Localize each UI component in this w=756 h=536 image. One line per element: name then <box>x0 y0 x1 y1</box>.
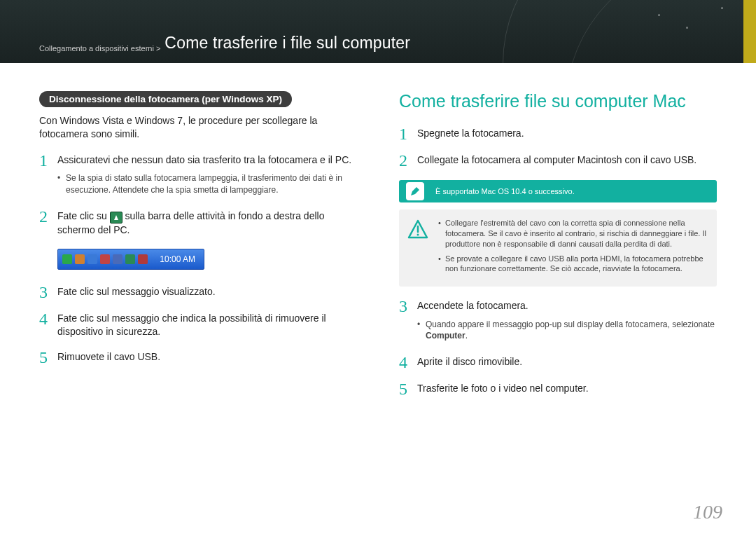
step-text: Trasferite le foto o i video nel compute… <box>417 382 717 396</box>
sub-bullet: Quando appare il messaggio pop-up sul di… <box>417 319 717 341</box>
accent-bar <box>743 0 756 63</box>
step-r3: 3 Accendete la fotocamera. Quando appare… <box>399 299 717 344</box>
tray-icon <box>138 254 148 264</box>
step-number: 2 <box>399 152 417 169</box>
step-number: 2 <box>39 208 57 225</box>
step-number: 1 <box>399 125 417 142</box>
step-r2: 2 Collegate la fotocamera al computer Ma… <box>399 153 717 169</box>
right-column: Come trasferire file su computer Mac 1 S… <box>399 91 717 408</box>
step-number: 5 <box>399 380 417 397</box>
tray-icon <box>125 254 135 264</box>
step-text: Fate clic sul messaggio visualizzato. <box>57 285 357 299</box>
step-text: Rimuovete il cavo USB. <box>57 350 357 364</box>
warning-box: Collegare l'estremità del cavo con la co… <box>399 209 717 287</box>
step-r1: 1 Spegnete la fotocamera. <box>399 127 717 142</box>
page-title: Come trasferire i file sul computer <box>164 34 410 53</box>
step-text-pre: Fate clic su <box>57 210 110 221</box>
step-number: 5 <box>39 349 57 366</box>
step-text: Fate clic sul messaggio che indica la po… <box>57 312 357 339</box>
sub-bullet: Se la spia di stato sulla fotocamera lam… <box>57 172 357 195</box>
warn-bullet: Se provate a collegare il cavo USB alla … <box>438 254 707 275</box>
header-band: Collegamento a dispositivi esterni > Com… <box>0 0 756 63</box>
step-r4: 4 Aprite il disco rimovibile. <box>399 355 717 371</box>
step-text: Accendete la fotocamera. <box>417 300 528 311</box>
tray-icon <box>113 254 122 264</box>
page-number: 109 <box>693 501 722 523</box>
right-steps: 1 Spegnete la fotocamera. 2 Collegate la… <box>399 127 717 169</box>
section-pill: Disconnessione della fotocamera (per Win… <box>39 91 292 107</box>
page-content: Disconnessione della fotocamera (per Win… <box>0 63 756 408</box>
step-number: 3 <box>399 298 417 315</box>
tray-icon <box>75 254 85 264</box>
step-text: Assicuratevi che nessun dato sia trasfer… <box>57 154 351 165</box>
tray-icon <box>88 254 97 264</box>
tray-clock: 10:00 AM <box>160 254 200 264</box>
warning-icon <box>407 219 428 239</box>
step-4: 4 Fate clic sul messaggio che indica la … <box>39 312 357 339</box>
step-text: Collegate la fotocamera al computer Maci… <box>417 153 717 167</box>
step-1: 1 Assicuratevi che nessun dato sia trasf… <box>39 153 357 198</box>
intro-text: Con Windows Vista e Windows 7, le proced… <box>39 114 357 141</box>
safely-remove-icon <box>110 212 122 224</box>
note-box: È supportato Mac OS 10.4 o successivo. <box>399 180 717 202</box>
svg-point-1 <box>417 234 419 236</box>
step-number: 1 <box>39 152 57 169</box>
pen-icon <box>406 182 424 200</box>
left-steps: 1 Assicuratevi che nessun dato sia trasf… <box>39 153 357 238</box>
step-text: Spegnete la fotocamera. <box>417 127 717 141</box>
step-text: Aprite il disco rimovibile. <box>417 355 717 369</box>
step-r5: 5 Trasferite le foto o i video nel compu… <box>399 382 717 397</box>
note-text: È supportato Mac OS 10.4 o successivo. <box>435 187 575 195</box>
step-number: 4 <box>399 354 417 371</box>
left-column: Disconnessione della fotocamera (per Win… <box>39 91 357 408</box>
step-number: 3 <box>39 284 57 301</box>
section-title: Come trasferire file su computer Mac <box>399 91 717 111</box>
right-steps-cont: 3 Accendete la fotocamera. Quando appare… <box>399 299 717 397</box>
warn-bullet: Collegare l'estremità del cavo con la co… <box>438 218 707 249</box>
breadcrumb: Collegamento a dispositivi esterni > <box>39 44 160 53</box>
step-5: 5 Rimuovete il cavo USB. <box>39 350 357 366</box>
taskbar-tray-image: 10:00 AM <box>57 249 204 270</box>
tray-icon <box>62 254 72 264</box>
step-number: 4 <box>39 310 57 327</box>
step-3: 3 Fate clic sul messaggio visualizzato. <box>39 285 357 301</box>
tray-icon <box>100 254 110 264</box>
step-2: 2 Fate clic su sulla barra delle attivit… <box>39 209 357 238</box>
left-steps-cont: 3 Fate clic sul messaggio visualizzato. … <box>39 285 357 366</box>
